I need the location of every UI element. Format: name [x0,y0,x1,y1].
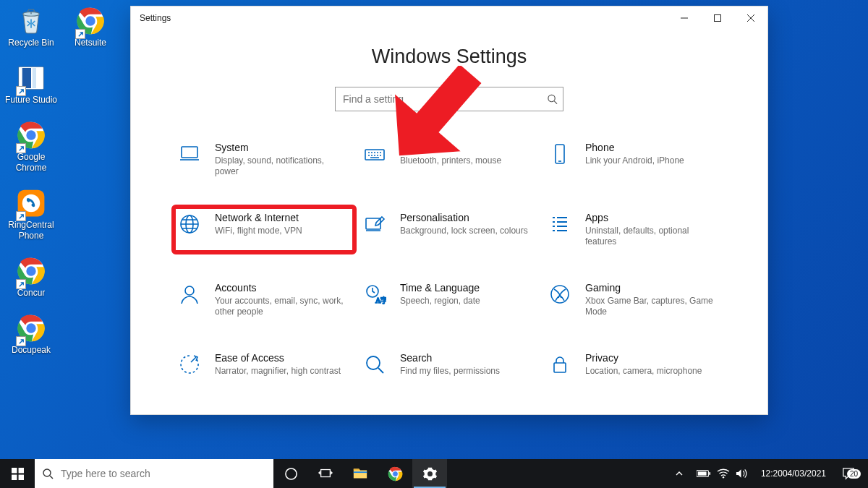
category-subtitle: WiFi, flight mode, VPN [215,226,302,236]
system-tray[interactable] [691,468,754,479]
category-grid: SystemDisplay, sound, notifications, pow… [160,137,739,381]
svg-point-37 [43,469,51,476]
phone-icon [548,142,572,166]
svg-text:A字: A字 [375,296,386,304]
desktop-icon-ringcentral[interactable]: RingCentral Phone [3,187,59,241]
volume-icon [736,468,748,479]
desktop-icon-future-studio[interactable]: Future Studio [3,61,59,106]
shortcut-badge [75,29,85,39]
category-title: Search [400,352,500,364]
svg-rect-5 [22,68,31,88]
category-title: Gaming [585,282,717,294]
apps-list-icon [548,212,572,236]
wifi-icon [717,468,730,479]
settings-window: Settings Windows Settings SystemDisplay,… [130,6,768,415]
lock-icon [548,352,572,377]
close-button[interactable] [734,7,767,30]
file-explorer-icon [352,466,368,481]
svg-rect-45 [698,471,707,475]
category-subtitle: Your accounts, email, sync, work, other … [215,296,346,317]
svg-point-19 [548,95,555,101]
globe-icon [177,212,202,236]
svg-rect-46 [709,472,710,475]
start-button[interactable] [0,459,35,488]
taskbar-app-settings[interactable] [412,459,447,488]
svg-rect-39 [321,470,331,477]
settings-search[interactable] [335,87,563,111]
clock-time: 12:20 [761,468,783,479]
svg-rect-21 [365,150,384,160]
category-title: Network & Internet [215,212,302,223]
category-subtitle: Speech, region, date [400,296,480,307]
category-system[interactable]: SystemDisplay, sound, notifications, pow… [174,137,354,181]
category-title: Time & Language [400,282,480,294]
category-ease-of-access[interactable]: Ease of AccessNarrator, magnifier, high … [174,348,354,381]
shortcut-badge [16,279,26,289]
gear-icon [422,466,438,481]
category-gaming[interactable]: GamingXbox Game Bar, captures, Game Mode [545,278,724,322]
desktop-icon-concur[interactable]: Concur [3,254,59,299]
svg-point-38 [285,468,296,479]
desktop-icon-label: Netsuite [75,38,106,48]
cortana-button[interactable] [273,459,308,488]
category-title: Privacy [585,352,702,364]
tray-overflow[interactable] [668,469,691,478]
category-title: Personalisation [400,212,528,223]
category-title: System [215,142,346,153]
clock-date: 04/03/2021 [783,468,826,479]
desktop-icon-google-chrome[interactable]: Google Chrome [3,119,59,174]
action-center-badge: 20 [847,469,861,479]
desktop-icon-docupeak[interactable]: Docupeak [3,312,59,356]
category-title: Phone [585,142,684,153]
svg-point-30 [367,356,380,369]
minimize-button[interactable] [668,7,701,30]
category-title: Devices [400,142,501,153]
category-apps[interactable]: AppsUninstall, defaults, optional featur… [545,207,724,252]
category-time[interactable]: A字 Time & LanguageSpeech, region, date [359,278,539,322]
svg-rect-33 [12,468,17,473]
desktop-icon-recycle-bin[interactable]: Recycle Bin [3,4,59,48]
taskbar-app-chrome[interactable] [378,459,412,488]
taskbar-search-input[interactable] [61,468,266,479]
desktop-icon-netsuite[interactable]: Netsuite [62,4,119,48]
action-center-button[interactable]: 20 [833,467,864,480]
desktop-icon-label: Docupeak [12,345,51,356]
window-title: Settings [140,13,171,23]
search-icon [547,94,558,105]
category-subtitle: Background, lock screen, colours [400,226,528,236]
svg-rect-36 [18,474,23,479]
svg-rect-35 [12,474,17,479]
svg-rect-40 [354,471,367,473]
svg-point-11 [22,194,41,213]
category-subtitle: Xbox Game Bar, captures, Game Mode [585,296,717,317]
category-phone[interactable]: PhoneLink your Android, iPhone [545,137,724,181]
category-title: Apps [585,212,717,223]
category-accounts[interactable]: AccountsYour accounts, email, sync, work… [174,278,354,322]
category-personalisation[interactable]: PersonalisationBackground, lock screen, … [359,207,539,252]
time-language-icon: A字 [362,282,387,307]
maximize-button[interactable] [701,7,734,30]
settings-search-input[interactable] [335,87,563,111]
category-search[interactable]: SearchFind my files, permissions [359,348,539,381]
windows-icon [12,468,24,480]
svg-rect-6 [33,68,36,88]
battery-icon [697,469,711,478]
category-title: Ease of Access [215,352,341,364]
category-subtitle: Narrator, magnifier, high contrast [215,366,341,377]
laptop-icon [177,142,202,166]
titlebar[interactable]: Settings [131,7,767,30]
taskbar-app-explorer[interactable] [343,459,378,488]
category-privacy[interactable]: PrivacyLocation, camera, microphone [545,348,724,381]
keyboard-icon [362,142,387,166]
task-view-button[interactable] [308,459,343,488]
desktop-icon-label: Future Studio [5,95,57,106]
category-devices[interactable]: DevicesBluetooth, printers, mouse [359,137,539,181]
category-subtitle: Location, camera, microphone [585,366,702,377]
page-title: Windows Settings [160,46,739,68]
taskbar-clock[interactable]: 12:20 04/03/2021 [754,468,833,479]
xbox-icon [548,282,572,307]
taskbar-search[interactable] [35,459,273,488]
category-network[interactable]: Network & InternetWiFi, flight mode, VPN [174,207,354,252]
category-subtitle: Display, sound, notifications, power [215,155,346,177]
settings-content: Windows Settings SystemDisplay, sound, n… [131,30,767,414]
